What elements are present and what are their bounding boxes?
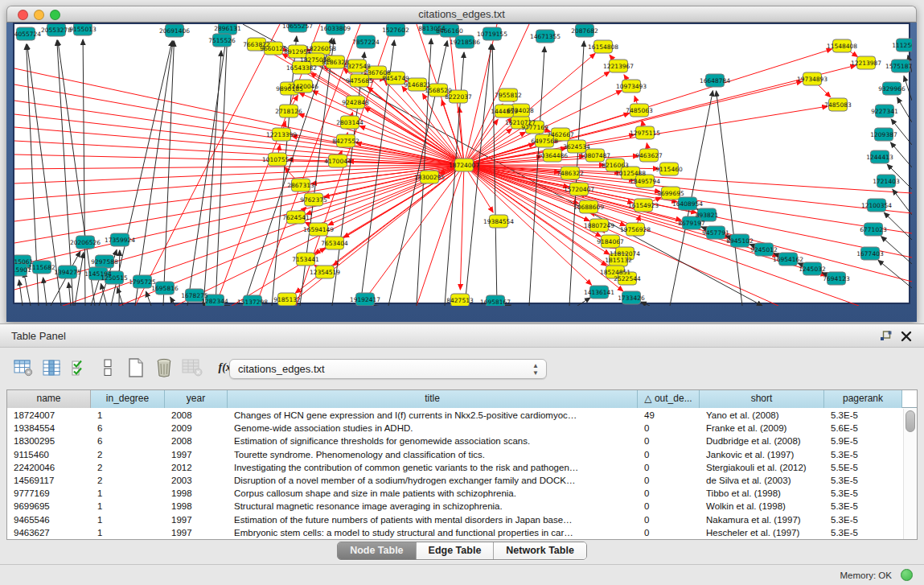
graph-node-label: 9463627 (635, 152, 663, 159)
graph-node-label: 1209387 (870, 131, 897, 138)
vertical-scrollbar[interactable] (903, 409, 917, 539)
table-row[interactable]: 1830029562008Estimation of significance … (7, 435, 902, 447)
node-attribute-table: namein_degreeyeartitle△ out_de...shortpa… (6, 389, 918, 540)
table-cell: 2 (91, 474, 165, 487)
graph-node-label: 9245012 (750, 246, 778, 253)
graph-node-label: 1721403 (873, 178, 900, 185)
graph-node-label: 8216063 (602, 162, 629, 169)
tab-network-table[interactable]: Network Table (494, 542, 586, 559)
graph-node-label: 12354519 (310, 269, 340, 276)
minimize-window-icon[interactable] (34, 10, 44, 20)
graph-node-label: 20553278 (41, 27, 72, 34)
column-header-title[interactable]: title (228, 390, 638, 408)
graph-node-label: 2087682 (571, 27, 598, 35)
new-table-icon[interactable] (125, 357, 146, 378)
graph-node-label: 2522544 (614, 275, 641, 282)
graph-node-label: 10719155 (477, 31, 507, 38)
graph-node-label: 12975115 (630, 130, 660, 137)
table-row[interactable]: 1872400712008Changes of HCN gene express… (7, 409, 902, 422)
graph-node-label: 16408954 (672, 200, 703, 208)
graph-node-label: 1282344 (201, 298, 228, 305)
table-cell: 5.6E-5 (824, 422, 902, 435)
graph-node-label: 1527602 (382, 27, 409, 34)
tab-edge-table[interactable]: Edge Table (417, 542, 495, 559)
select-columns-icon[interactable] (69, 357, 90, 378)
table-row[interactable]: 969969511998Structural magnetic resonanc… (7, 500, 902, 513)
table-row[interactable]: 977716911998Corpus callosum shape and si… (7, 487, 902, 500)
network-canvas[interactable]: 1872400776638229660125891295418226058182… (13, 23, 910, 304)
graph-node-label: 7515526 (208, 37, 236, 44)
row-height-icon[interactable] (97, 357, 118, 378)
table-header-row: namein_degreeyeartitle△ out_de...shortpa… (7, 390, 917, 408)
table-cell: Dudbridge et al. (2008) (700, 435, 824, 447)
memory-status-label: Memory: OK (840, 571, 892, 580)
graph-node-label: 10655257 (282, 24, 313, 30)
traffic-lights (18, 10, 60, 20)
tab-node-table[interactable]: Node Table (338, 542, 416, 559)
delete-table-icon[interactable] (154, 357, 175, 378)
graph-node-label: 4170044 (324, 158, 351, 165)
column-header-year[interactable]: year (165, 390, 228, 408)
table-cell: 1997 (165, 526, 228, 539)
table-cell: 0 (638, 474, 700, 487)
table-cell: 18724007 (7, 409, 91, 422)
graph-node-label: 15720407 (564, 186, 594, 193)
graph-node-label: 1244413 (866, 154, 893, 161)
table-row[interactable]: 1938455462009Genome-wide association stu… (7, 422, 902, 435)
table-cell: 0 (638, 526, 700, 539)
table-cell: Disruption of a novel member of a sodium… (228, 474, 638, 487)
table-cell: 5.3E-5 (824, 526, 902, 539)
graph-node-label: 9242848 (342, 99, 369, 106)
status-bar: Memory: OK (0, 564, 924, 585)
table-cell: Genome-wide association studies in ADHD. (228, 422, 638, 435)
import-table-icon[interactable] (182, 357, 203, 378)
table-cell: 1997 (165, 448, 228, 461)
graph-node-label: 19384554 (483, 218, 514, 225)
scrollbar-thumb[interactable] (906, 410, 915, 432)
graph-node-label: 8222037 (445, 93, 472, 101)
column-header-in_degree[interactable]: in_degree (91, 390, 165, 408)
column-header-name[interactable]: name (7, 390, 91, 408)
zoom-window-icon[interactable] (50, 10, 60, 20)
table-cell: 5.3E-5 (824, 409, 902, 422)
graph-node-label: 18300295 (414, 174, 445, 181)
table-cell: 1998 (165, 500, 228, 513)
graph-node-label: 1115682 (28, 264, 55, 271)
table-cell: 0 (638, 487, 700, 500)
table-row[interactable]: 946554611997Estimation of the future num… (7, 513, 902, 526)
window-title: citations_edges.txt (7, 6, 916, 23)
graph-node-label: 16543382 (286, 64, 317, 72)
table-cell: Jankovic et al. (1997) (700, 448, 824, 461)
column-header-short[interactable]: short (700, 390, 824, 408)
table-row[interactable]: 911546021997Tourette syndrome. Phenomeno… (7, 448, 902, 461)
graph-node-label: 7857224 (352, 39, 380, 46)
graph-node-label: 16958167 (480, 299, 511, 306)
table-cell: Investigating the contribution of common… (228, 461, 638, 474)
dropdown-arrows-icon: ▲▼ (532, 362, 539, 377)
column-header-out_de[interactable]: △ out_de... (638, 390, 700, 408)
column-header-pagerank[interactable]: pagerank (824, 390, 902, 408)
window-titlebar[interactable]: citations_edges.txt (6, 6, 917, 23)
table-cell: Embryonic stem cells: a model to study s… (228, 526, 638, 539)
close-window-icon[interactable] (18, 10, 28, 20)
memory-ok-indicator[interactable] (901, 569, 913, 581)
table-cell: Nakamura et al. (1997) (700, 513, 824, 526)
graph-node-label: 16594149 (303, 226, 334, 233)
table-select-dropdown[interactable]: citations_edges.txt ▲▼ (229, 359, 547, 379)
show-columns-icon[interactable] (41, 357, 62, 378)
table-row[interactable]: 946362711997Embryonic stem cells: a mode… (7, 526, 902, 539)
table-row[interactable]: 2242004622012Investigating the contribut… (7, 461, 902, 474)
graph-node-label: 2896131 (214, 25, 241, 32)
graph-node-label: 17359924 (105, 237, 135, 244)
graph-node-label: 10973493 (616, 83, 647, 90)
graph-node-label: 18807249 (584, 222, 614, 229)
float-panel-icon[interactable] (880, 331, 892, 342)
close-panel-icon[interactable] (901, 331, 912, 342)
table-row[interactable]: 1456911722003Disruption of a novel membe… (7, 474, 902, 487)
table-cell: 1 (91, 409, 165, 422)
table-settings-icon[interactable] (13, 357, 34, 378)
table-panel-toolbar: f(x) citations_edges.txt ▲▼ (0, 348, 924, 389)
citation-network-graph[interactable]: 1872400776638229660125891295418226058182… (14, 24, 912, 306)
graph-node-label: 1815132 (605, 257, 632, 264)
panel-title: Table Panel (11, 330, 66, 342)
